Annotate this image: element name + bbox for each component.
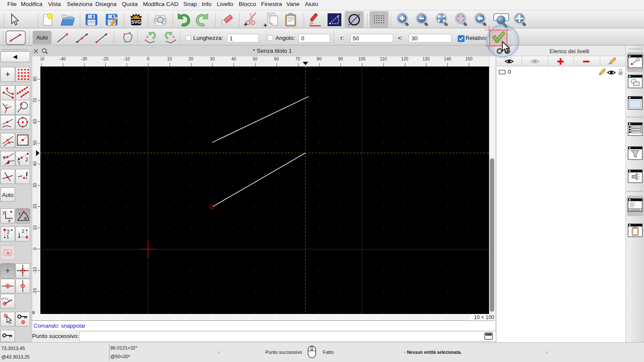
svg-text:2: 2	[22, 229, 24, 234]
svg-text:a: a	[24, 215, 27, 220]
svg-text:1: 1	[6, 234, 9, 239]
svg-text:r: r	[19, 211, 21, 216]
svg-text:2: 2	[25, 157, 28, 163]
svg-text:1: 1	[18, 232, 21, 237]
svg-text:1: 1	[18, 160, 21, 165]
svg-text:SVG: SVG	[131, 19, 141, 24]
svg-text:command: command	[630, 208, 640, 211]
svg-text:x: x	[8, 218, 11, 222]
svg-text:y: y	[3, 210, 5, 215]
